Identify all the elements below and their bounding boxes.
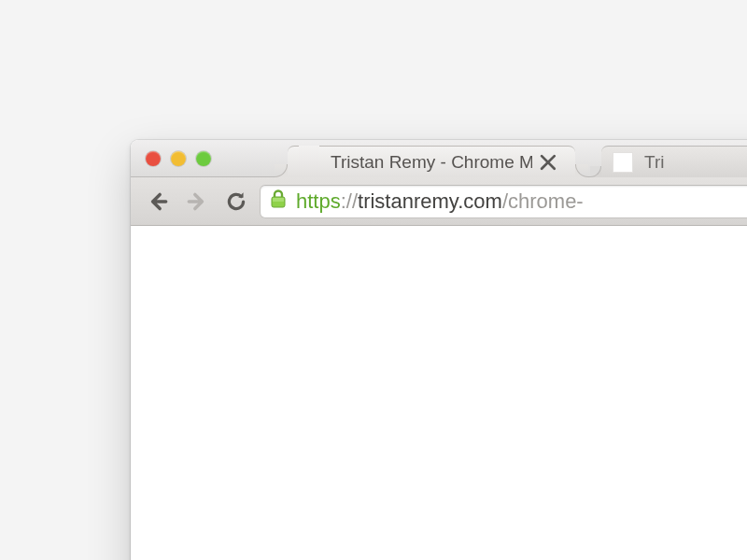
close-icon — [538, 152, 558, 173]
url-host: tristanremy.com — [358, 189, 502, 214]
tab-curve-icon — [590, 166, 601, 177]
tab-strip: Tristan Remy - Chrome M Tri — [288, 146, 747, 177]
svg-rect-1 — [273, 198, 284, 202]
tab-curve-icon — [575, 164, 588, 177]
tab-close-button[interactable] — [538, 152, 558, 173]
favicon-icon — [299, 152, 319, 173]
window-close-button[interactable] — [146, 151, 161, 166]
tab-active[interactable]: Tristan Remy - Chrome M — [288, 146, 575, 177]
url-path: /chrome- — [502, 189, 584, 214]
window-controls — [146, 151, 211, 166]
tab-curve-icon — [275, 164, 288, 177]
arrow-left-icon — [146, 189, 170, 214]
browser-window: Tristan Remy - Chrome M Tri — [131, 140, 747, 560]
page-content — [131, 226, 747, 560]
lock-icon — [270, 189, 287, 215]
address-bar[interactable]: https://tristanremy.com/chrome- — [260, 185, 747, 218]
tab-inactive[interactable]: Tri — [601, 146, 747, 177]
reload-icon — [224, 189, 248, 214]
window-titlebar: Tristan Remy - Chrome M Tri — [131, 140, 747, 177]
url-scheme: https — [296, 189, 341, 214]
reload-button[interactable] — [220, 186, 252, 217]
window-minimize-button[interactable] — [171, 151, 186, 166]
forward-button[interactable] — [181, 186, 213, 217]
tab-title: Tri — [644, 152, 664, 173]
url-separator: :// — [341, 189, 358, 214]
window-zoom-button[interactable] — [196, 151, 211, 166]
tab-title: Tristan Remy - Chrome M — [331, 152, 532, 173]
favicon-icon — [613, 152, 633, 173]
back-button[interactable] — [142, 186, 174, 217]
navigation-toolbar: https://tristanremy.com/chrome- — [131, 177, 747, 226]
arrow-right-icon — [185, 189, 209, 214]
